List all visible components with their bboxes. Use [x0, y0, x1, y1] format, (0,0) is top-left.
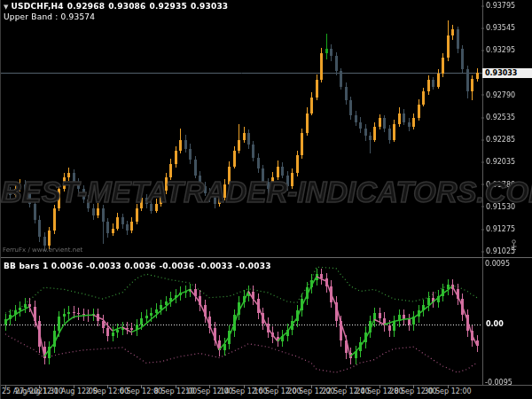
price-tick-label: 0.91275	[486, 225, 515, 233]
osc-top-tick-label: 0.0095	[485, 260, 510, 268]
price-tick-label: 0.92035	[486, 158, 515, 166]
price-tick-label: 0.91530	[486, 202, 515, 210]
time-tick-label: 30 Sep 12:00	[424, 387, 471, 395]
low-value: 0.92935	[150, 2, 187, 11]
price-tick-label: 0.91780	[486, 180, 515, 188]
ohlc-readout: ▼USDCHF,H40.929680.930860.929350.93033	[4, 2, 231, 12]
osc-bottom-tick-label: -0.0095	[485, 379, 512, 387]
symbol-timeframe-label: USDCHF,H4	[12, 2, 64, 11]
panel-splitter[interactable]	[1, 257, 532, 258]
price-tick-label: 0.92790	[486, 90, 515, 98]
price-tick-label: 0.91025	[486, 247, 515, 255]
open-value: 0.92968	[67, 2, 105, 11]
high-value: 0.93086	[108, 2, 145, 11]
close-value: 0.93033	[191, 2, 228, 11]
indicator-name-readout: BB bars 1 0.0036 -0.0033 0.0036 -0.0036 …	[4, 262, 271, 271]
chart-window: ▼USDCHF,H40.929680.930860.929350.93033 U…	[0, 0, 532, 399]
author-watermark: FerruFx / www.ervient.net	[3, 246, 82, 254]
price-chart-canvas[interactable]	[1, 0, 482, 257]
price-tick-label: 0.93295	[486, 46, 515, 54]
current-price-tag: 0.93033	[482, 68, 532, 78]
osc-zero-label: 0.00	[486, 320, 504, 328]
price-axis-line	[482, 0, 483, 399]
price-tick-label: 0.93795	[486, 2, 515, 10]
symbol-dropdown-icon[interactable]: ▼	[4, 4, 9, 11]
indicator-chart-canvas[interactable]	[1, 259, 482, 385]
price-tick-label: 0.92535	[486, 113, 515, 121]
price-tick-label: 0.92285	[486, 136, 515, 144]
price-tick-label: 0.93545	[486, 24, 515, 32]
upper-band-readout: Upper Band : 0.93574	[4, 12, 95, 22]
